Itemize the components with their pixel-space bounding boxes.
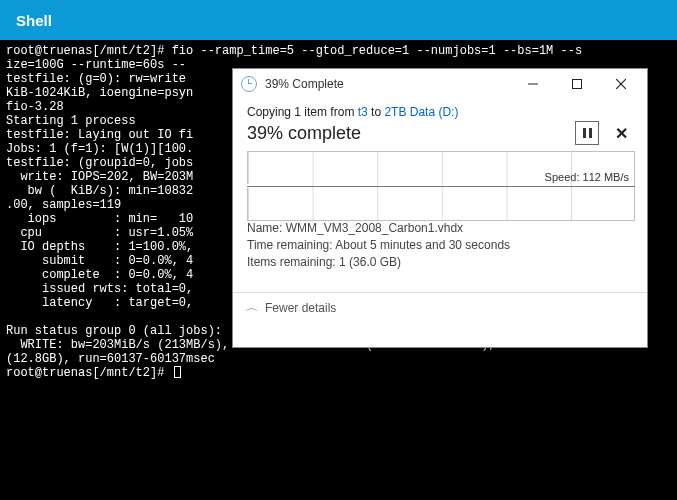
copy-dest-link[interactable]: 2TB Data (D:)	[384, 105, 458, 119]
copy-items-remaining: Items remaining: 1 (36.0 GB)	[247, 255, 633, 269]
clock-icon	[241, 76, 257, 92]
cancel-button[interactable]: ✕	[609, 121, 633, 145]
dialog-title: 39% Complete	[265, 77, 511, 91]
copy-file-name: Name: WMM_VM3_2008_Carbon1.vhdx	[247, 221, 633, 235]
fewer-details-toggle[interactable]: ︿ Fewer details	[233, 301, 647, 325]
shell-title: Shell	[16, 12, 52, 29]
dialog-separator	[233, 292, 647, 293]
pause-button[interactable]	[575, 121, 599, 145]
terminal-cursor	[174, 366, 181, 378]
close-button[interactable]	[599, 69, 643, 99]
transfer-rate-chart: Speed: 112 MB/s	[247, 151, 635, 221]
file-copy-dialog: 39% Complete Copying 1 item from t3 to 2…	[232, 68, 648, 348]
minimize-button[interactable]	[511, 69, 555, 99]
speed-label: Speed: 112 MB/s	[545, 171, 629, 183]
shell-header: Shell	[0, 0, 677, 40]
percent-complete-text: 39% complete	[247, 123, 361, 144]
svg-rect-1	[573, 80, 582, 89]
copy-time-remaining: Time remaining: About 5 minutes and 30 s…	[247, 238, 633, 252]
copy-status-line: Copying 1 item from t3 to 2TB Data (D:)	[247, 105, 633, 119]
copy-source-link[interactable]: t3	[358, 105, 368, 119]
dialog-titlebar[interactable]: 39% Complete	[233, 69, 647, 99]
chevron-up-icon: ︿	[245, 301, 259, 315]
maximize-button[interactable]	[555, 69, 599, 99]
